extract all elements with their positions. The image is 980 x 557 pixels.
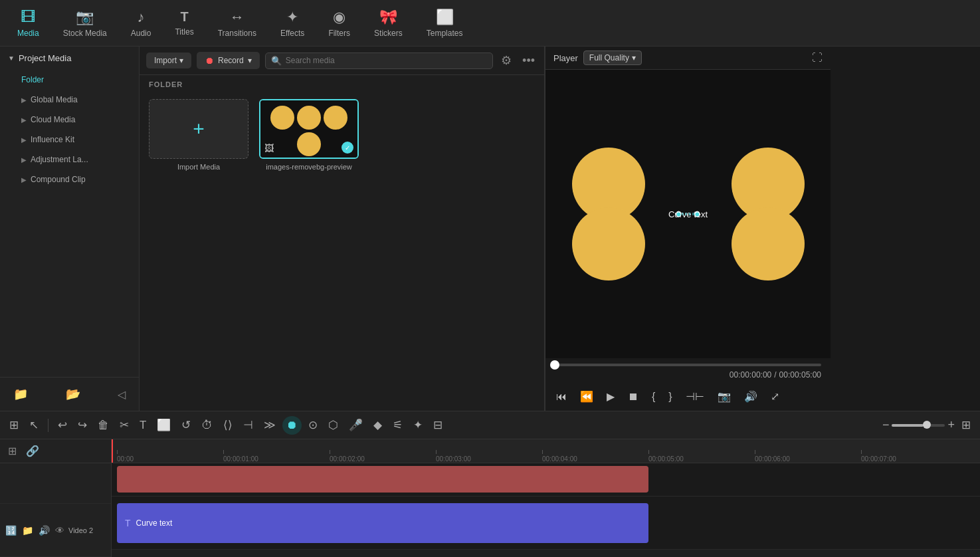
delete-button[interactable]: 🗑 (94, 416, 113, 435)
record-tl-button[interactable]: ⏺ (282, 416, 302, 435)
track-area: T Curve text (112, 463, 980, 550)
filters-icon: ◉ (333, 9, 345, 26)
toolbar-filters[interactable]: ◉ Filters (316, 5, 362, 42)
play-button[interactable]: ▶ (603, 388, 619, 405)
ruler-tick (648, 450, 649, 454)
frame-back-button[interactable]: ⏪ (576, 388, 597, 405)
track-left-toolbar: ⊞ 🔗 (0, 439, 111, 463)
stickers-icon: 🎀 (379, 9, 397, 26)
chevron-down-icon: ▾ (248, 56, 252, 65)
media-icon: 🎞 (21, 9, 35, 26)
sidebar-item-cloud-media[interactable]: ▶ Cloud Media (0, 110, 139, 130)
timer-button[interactable]: ⏱ (197, 416, 217, 435)
toolbar-stickers[interactable]: 🎀 Stickers (362, 5, 415, 42)
ruler-mark-1: 00:00:01:00 (223, 450, 330, 463)
mask-button[interactable]: ⬡ (324, 415, 342, 435)
zoom-out-button[interactable]: − (882, 418, 890, 432)
progress-thumb[interactable] (550, 360, 559, 370)
split-button[interactable]: ⊣ (239, 415, 257, 435)
record-button[interactable]: ⏺ Record ▾ (197, 52, 260, 69)
cut-button[interactable]: ✂ (116, 415, 133, 435)
media-panel: Import ▾ ⏺ Record ▾ 🔍 ⚙ ••• FOLDER + (140, 47, 545, 411)
redo-button[interactable]: ↪ (74, 415, 91, 435)
selected-badge: ✓ (342, 142, 353, 154)
more-tl-button[interactable]: ≫ (260, 415, 280, 435)
collapse-sidebar-button[interactable]: ◁ (114, 386, 130, 403)
sidebar-item-adjustment-layer[interactable]: ▶ Adjustment La... (0, 150, 139, 169)
track-audio-button[interactable]: 🔊 (37, 524, 51, 537)
player-panel: Player Full Quality ▾ ⛶ Curve text (545, 47, 831, 411)
ai-button[interactable]: ✦ (409, 415, 427, 435)
zoom-control: − + ⊞ (882, 415, 975, 435)
track-eye-button[interactable]: 👁 (54, 524, 66, 537)
toolbar-transitions[interactable]: ↔ Transitions (206, 5, 268, 42)
code-button[interactable]: ⟨⟩ (219, 415, 237, 435)
circles-image-item[interactable]: 🖼 ✓ images-removebg-preview (259, 99, 359, 171)
toolbar-effects[interactable]: ✦ Effects (268, 5, 316, 42)
filter-button[interactable]: ⚙ (498, 52, 514, 69)
toolbar-templates[interactable]: ⬜ Templates (415, 5, 475, 42)
insert-button[interactable]: ⊣⊢ (682, 388, 708, 405)
import-media-item[interactable]: + Import Media (149, 99, 248, 171)
mic-button[interactable]: 🎤 (345, 415, 367, 435)
add-track-button[interactable]: ⊞ (5, 443, 19, 459)
chevron-right-icon: ▶ (21, 176, 27, 183)
replace-button[interactable]: ⊟ (429, 415, 446, 435)
import-thumb[interactable]: + (149, 99, 248, 159)
motion-track-button[interactable]: ⊙ (304, 415, 322, 435)
search-bar[interactable]: 🔍 (265, 53, 493, 69)
handle-middle-right[interactable] (694, 211, 700, 217)
search-input[interactable] (286, 56, 487, 65)
fullscreen-button[interactable]: ⛶ (812, 52, 823, 64)
record-dot-icon: ⏺ (205, 55, 214, 66)
selection-handle[interactable] (678, 213, 698, 215)
video-clip[interactable] (117, 466, 648, 493)
toolbar-titles[interactable]: T Titles (163, 5, 205, 41)
sidebar-item-global-media[interactable]: ▶ Global Media (0, 90, 139, 110)
ruler-mark-3: 00:00:03:00 (436, 450, 542, 463)
mark-out-button[interactable]: } (664, 388, 676, 405)
sidebar-item-folder[interactable]: Folder (0, 70, 139, 90)
undo-button[interactable]: ↩ (54, 415, 71, 435)
skip-backward-button[interactable]: ⏮ (552, 388, 571, 405)
sidebar-item-influence-kit[interactable]: ▶ Influence Kit (0, 130, 139, 150)
ruler-tick (861, 450, 862, 454)
toolbar-media[interactable]: 🎞 Media (5, 5, 51, 42)
new-folder-button[interactable]: 📁 (9, 384, 32, 404)
split-clip-button[interactable]: ⚟ (389, 415, 407, 435)
pip-button[interactable]: ⤢ (767, 388, 783, 405)
link-button[interactable]: 🔗 (23, 443, 42, 459)
import-label: Import Media (177, 163, 220, 171)
stop-button[interactable]: ⏹ (624, 388, 642, 405)
import-button[interactable]: Import ▾ (146, 53, 191, 68)
snapshot-button[interactable]: 📷 (714, 388, 735, 405)
grid-button[interactable]: ⊞ (957, 415, 975, 435)
playhead[interactable] (112, 439, 113, 463)
track-folder-button[interactable]: 📁 (21, 524, 35, 537)
text-button[interactable]: T (136, 416, 150, 435)
sidebar-item-compound-clip[interactable]: ▶ Compound Clip (0, 169, 139, 189)
text-clip[interactable]: T Curve text (117, 503, 648, 543)
timeline-ruler[interactable]: 00:00 00:00:01:00 00:00:02:00 00:00:03:0… (112, 439, 980, 463)
audio-button[interactable]: 🔊 (740, 388, 761, 405)
zoom-slider[interactable] (892, 424, 945, 427)
zoom-thumb[interactable] (923, 421, 931, 429)
zoom-in-button[interactable]: + (947, 418, 955, 432)
new-smart-folder-button[interactable]: 📂 (62, 384, 84, 404)
more-options-button[interactable]: ••• (520, 53, 538, 69)
text-clip-label: Curve text (136, 518, 173, 528)
scene-button[interactable]: ⊞ (5, 415, 23, 435)
keyframe-button[interactable]: ◆ (369, 415, 386, 435)
transform-button[interactable]: ⬜ (153, 415, 175, 435)
rotate-button[interactable]: ↺ (177, 415, 195, 435)
progress-bar[interactable] (555, 364, 821, 366)
mark-in-button[interactable]: { (648, 388, 659, 405)
chevron-right-icon: ▶ (21, 116, 27, 124)
select-button[interactable]: ↖ (25, 415, 43, 435)
circles-thumb[interactable]: 🖼 ✓ (259, 99, 359, 159)
handle-middle-left[interactable] (676, 211, 682, 217)
quality-select[interactable]: Full Quality ▾ (583, 51, 642, 65)
project-media-header[interactable]: ▼ Project Media (0, 47, 139, 70)
toolbar-audio[interactable]: ♪ Audio (119, 5, 163, 42)
toolbar-stock-media[interactable]: 📷 Stock Media (51, 5, 119, 42)
